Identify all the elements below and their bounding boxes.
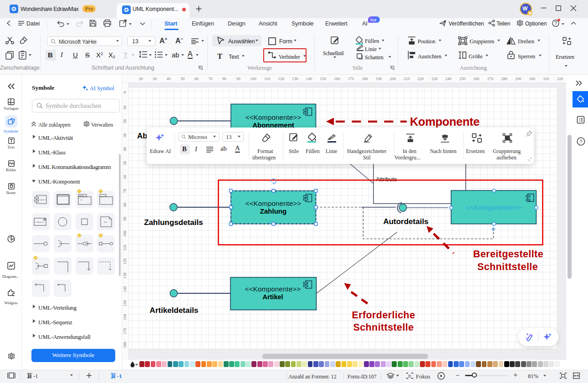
svg-text:Zahlungsdetails: Zahlungsdetails: [144, 218, 203, 227]
svg-text:Schnittstelle: Schnittstelle: [477, 261, 538, 272]
svg-text:Ab: Ab: [137, 132, 148, 140]
svg-text:Bereitgestellte: Bereitgestellte: [473, 249, 543, 260]
svg-text:<<Komponente>>: <<Komponente>>: [245, 113, 302, 121]
svg-text:<<Komponente>>: <<Komponente>>: [245, 285, 301, 293]
svg-text:<<Komponente>>: <<Komponente>>: [466, 204, 522, 211]
svg-text:Schnittstelle: Schnittstelle: [353, 322, 414, 333]
svg-text:D: D: [408, 374, 411, 378]
svg-text:Komponente: Komponente: [410, 115, 480, 128]
svg-text:Artikeldetails: Artikeldetails: [150, 306, 199, 315]
svg-text:Note: Note: [104, 221, 107, 223]
svg-text:Artikel: Artikel: [262, 293, 283, 301]
svg-text:Erforderliche: Erforderliche: [352, 310, 415, 321]
svg-text:Zahlung: Zahlung: [260, 207, 286, 215]
svg-text:<<Komponente>>: <<Komponente>>: [245, 199, 302, 207]
svg-text:?: ?: [554, 21, 557, 26]
svg-text:Autordetails: Autordetails: [383, 217, 428, 226]
svg-text:?: ?: [579, 139, 582, 144]
svg-text:<<component>>: <<component>>: [34, 221, 45, 223]
svg-text:Attribute: Attribute: [376, 176, 397, 183]
svg-text:Component: Component: [38, 199, 46, 201]
